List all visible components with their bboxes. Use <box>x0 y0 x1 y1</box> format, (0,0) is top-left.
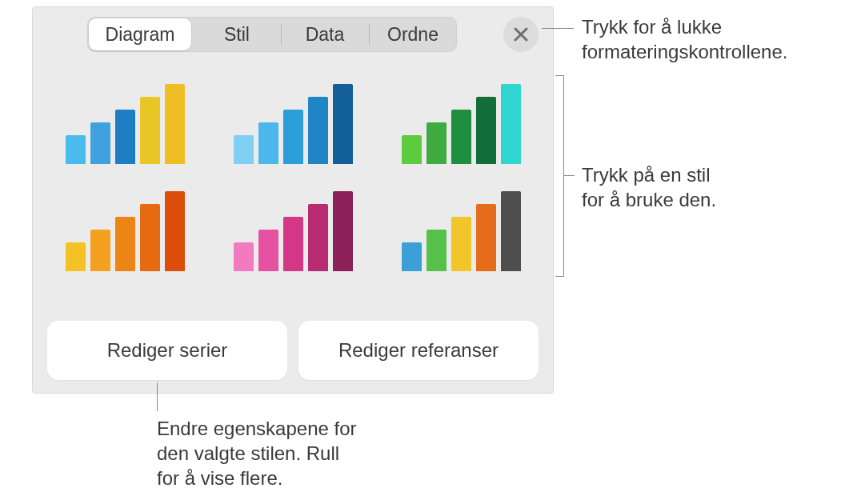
tab-label: Stil <box>224 24 250 46</box>
bar <box>333 191 353 271</box>
callout-close: Trykk for å lukke formateringskontrollen… <box>582 14 787 64</box>
button-label: Rediger referanser <box>338 339 499 362</box>
tab-label: Ordne <box>387 24 439 46</box>
bar <box>66 135 86 164</box>
edit-series-button[interactable]: Rediger serier <box>47 321 287 380</box>
style-blue[interactable] <box>233 84 353 164</box>
tab-stil[interactable]: Stil <box>193 17 281 52</box>
close-button[interactable] <box>503 17 539 52</box>
bar <box>234 135 254 164</box>
style-pink[interactable] <box>233 191 353 271</box>
tab-bar: Diagram Stil Data Ordne <box>87 17 457 52</box>
bar <box>90 122 110 164</box>
bar <box>140 204 160 271</box>
style-blue-yellow[interactable] <box>65 84 185 164</box>
callout-style: Trykk på en stil for å bruke den. <box>582 162 716 212</box>
callout-connector <box>542 28 574 29</box>
bar <box>140 97 160 164</box>
bar <box>501 191 521 271</box>
bar <box>308 97 328 164</box>
bar <box>258 230 278 271</box>
style-mixed[interactable] <box>401 191 521 271</box>
tab-label: Diagram <box>106 24 175 46</box>
callout-connector <box>157 382 158 411</box>
tab-diagram[interactable]: Diagram <box>89 18 191 50</box>
bar <box>451 217 471 271</box>
bar <box>234 242 254 271</box>
bar <box>476 204 496 271</box>
bar <box>476 97 496 164</box>
bar <box>308 204 328 271</box>
tab-label: Data <box>306 24 345 46</box>
bar <box>283 217 303 271</box>
bottom-button-row: Rediger serier Rediger referanser <box>47 321 539 380</box>
bar <box>333 84 353 164</box>
callout-bracket <box>555 75 564 277</box>
edit-references-button[interactable]: Rediger referanser <box>298 321 539 380</box>
bar <box>90 230 110 271</box>
bar <box>165 84 185 164</box>
bar <box>427 122 447 164</box>
bar <box>501 84 521 164</box>
close-icon <box>513 26 529 42</box>
bar <box>66 242 86 271</box>
style-green[interactable] <box>401 84 521 164</box>
callout-bottom: Endre egenskapene for den valgte stilen.… <box>157 416 357 491</box>
bar <box>402 135 422 164</box>
callout-connector <box>564 175 575 176</box>
style-orange[interactable] <box>65 191 185 271</box>
chart-style-grid <box>55 76 531 271</box>
tabs-row: Diagram Stil Data Ordne <box>33 17 553 55</box>
button-label: Rediger serier <box>107 339 228 362</box>
bar <box>165 191 185 271</box>
bar <box>258 122 278 164</box>
bar <box>115 110 135 164</box>
tab-data[interactable]: Data <box>281 17 369 52</box>
chart-format-panel: Diagram Stil Data Ordne <box>32 6 554 394</box>
tab-ordne[interactable]: Ordne <box>369 17 457 52</box>
bar <box>115 217 135 271</box>
bar <box>283 110 303 164</box>
bar <box>427 230 447 271</box>
bar <box>451 110 471 164</box>
bar <box>402 242 422 271</box>
